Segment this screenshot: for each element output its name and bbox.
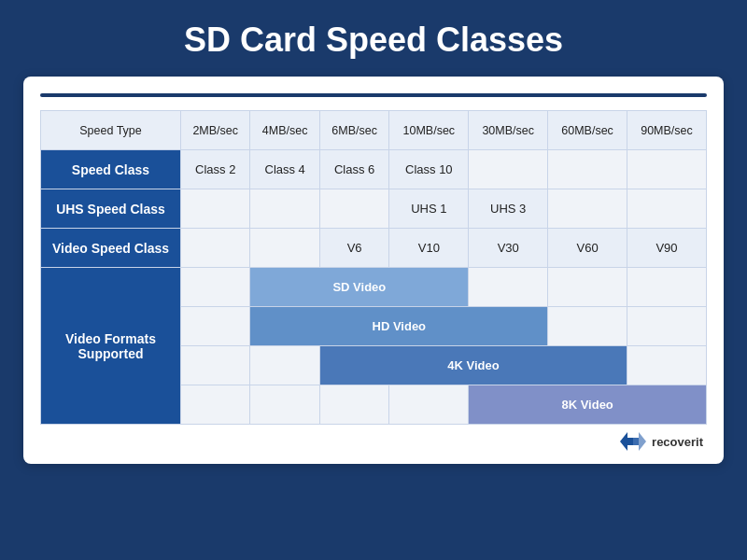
video-speed-class-row: Video Speed Class V6 V10 V30 V60 V90 <box>41 229 707 268</box>
video-formats-sd-row: Video FormatsSupported SD Video <box>41 268 707 307</box>
recoverit-icon <box>620 432 646 451</box>
v10: V10 <box>389 229 469 268</box>
speed-class-empty-1 <box>469 150 548 189</box>
video-speed-class-header: Video Speed Class <box>41 229 181 268</box>
speed-class-6: Class 6 <box>319 150 388 189</box>
speed-class-header: Speed Class <box>41 150 181 189</box>
branding-area: recoverit <box>40 432 707 451</box>
speed-type-60mb: 60MB/sec <box>548 111 627 150</box>
vf-empty-4 <box>627 268 707 307</box>
uhs-1: UHS 1 <box>389 189 469 229</box>
v90: V90 <box>627 229 707 268</box>
v6: V6 <box>319 229 388 268</box>
v60: V60 <box>548 229 627 268</box>
svg-marker-1 <box>633 432 646 451</box>
header-line <box>40 93 707 97</box>
uhs-3: UHS 3 <box>469 189 548 229</box>
v30: V30 <box>469 229 548 268</box>
uhs-empty-3 <box>319 189 388 229</box>
branding-name: recoverit <box>652 435 703 449</box>
main-card: Speed Type 2MB/sec 4MB/sec 6MB/sec 10MB/… <box>23 77 724 464</box>
8k-video-bar: 8K Video <box>469 385 707 425</box>
vf-empty-2 <box>469 268 548 307</box>
vf-empty-1 <box>181 268 250 307</box>
speed-class-2: Class 2 <box>181 150 250 189</box>
speed-type-4mb: 4MB/sec <box>250 111 319 150</box>
vf-hd-empty-3 <box>627 307 707 346</box>
vs-empty-2 <box>250 229 319 268</box>
hd-video-bar: HD Video <box>250 307 548 346</box>
speed-type-10mb: 10MB/sec <box>389 111 469 150</box>
sd-video-bar: SD Video <box>250 268 469 307</box>
vf-8k-empty-3 <box>319 385 388 425</box>
vf-empty-3 <box>548 268 627 307</box>
page-title: SD Card Speed Classes <box>184 0 563 77</box>
speed-type-row: Speed Type 2MB/sec 4MB/sec 6MB/sec 10MB/… <box>41 111 707 150</box>
vf-8k-empty-4 <box>389 385 469 425</box>
speed-class-4: Class 4 <box>250 150 319 189</box>
speed-type-2mb: 2MB/sec <box>181 111 250 150</box>
vf-hd-empty-2 <box>548 307 627 346</box>
speed-type-90mb: 90MB/sec <box>627 111 707 150</box>
uhs-speed-class-row: UHS Speed Class UHS 1 UHS 3 <box>41 189 707 229</box>
vf-4k-empty-1 <box>181 346 250 385</box>
uhs-empty-1 <box>181 189 250 229</box>
uhs-empty-5 <box>627 189 707 229</box>
uhs-speed-class-header: UHS Speed Class <box>41 189 181 229</box>
video-formats-header: Video FormatsSupported <box>41 268 181 425</box>
speed-class-row: Speed Class Class 2 Class 4 Class 6 Clas… <box>41 150 707 189</box>
uhs-empty-4 <box>548 189 627 229</box>
vf-4k-empty-2 <box>250 346 319 385</box>
speed-table: Speed Type 2MB/sec 4MB/sec 6MB/sec 10MB/… <box>40 110 707 425</box>
speed-class-empty-3 <box>627 150 707 189</box>
vs-empty-1 <box>181 229 250 268</box>
speed-class-empty-2 <box>548 150 627 189</box>
speed-type-30mb: 30MB/sec <box>469 111 548 150</box>
vf-4k-empty-3 <box>627 346 707 385</box>
4k-video-bar: 4K Video <box>319 346 627 385</box>
uhs-empty-2 <box>250 189 319 229</box>
speed-class-10: Class 10 <box>389 150 469 189</box>
speed-type-header: Speed Type <box>41 111 181 150</box>
vf-hd-empty-1 <box>181 307 250 346</box>
vf-8k-empty-1 <box>181 385 250 425</box>
vf-8k-empty-2 <box>250 385 319 425</box>
speed-type-6mb: 6MB/sec <box>319 111 388 150</box>
recoverit-logo: recoverit <box>620 432 703 451</box>
